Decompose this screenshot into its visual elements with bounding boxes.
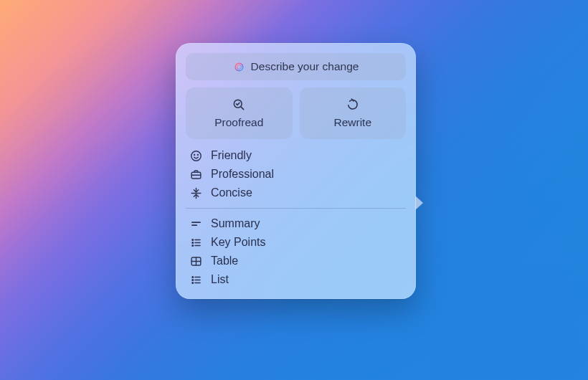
proofread-button[interactable]: Proofread: [186, 87, 293, 139]
section-divider: [186, 208, 406, 209]
svg-point-17: [191, 242, 193, 243]
tone-professional-label: Professional: [211, 168, 274, 181]
svg-point-6: [194, 154, 194, 155]
smile-icon: [189, 148, 203, 163]
format-summary[interactable]: Summary: [186, 214, 406, 233]
rewrite-button[interactable]: Rewrite: [300, 87, 407, 139]
format-summary-label: Summary: [211, 217, 260, 230]
svg-point-24: [191, 276, 193, 277]
rewrite-label: Rewrite: [333, 116, 371, 129]
svg-point-0: [235, 63, 243, 71]
svg-point-19: [191, 244, 193, 246]
briefcase-icon: [189, 167, 203, 181]
svg-line-3: [241, 107, 244, 110]
action-buttons-row: Proofread Rewrite: [186, 87, 406, 139]
svg-point-28: [191, 282, 193, 283]
proofread-label: Proofread: [214, 116, 263, 129]
svg-point-1: [237, 65, 241, 69]
magnifier-check-icon: [232, 98, 246, 112]
svg-point-26: [191, 279, 193, 280]
describe-change-input[interactable]: Describe your change: [186, 53, 406, 80]
tone-friendly[interactable]: Friendly: [186, 146, 406, 165]
format-keypoints-label: Key Points: [211, 236, 265, 249]
compress-icon: [189, 186, 203, 200]
tone-friendly-label: Friendly: [211, 149, 252, 162]
svg-point-5: [191, 151, 200, 160]
tone-professional[interactable]: Professional: [186, 165, 406, 184]
format-table-label: Table: [211, 255, 238, 267]
format-keypoints[interactable]: Key Points: [186, 233, 406, 252]
svg-line-4: [351, 99, 354, 101]
writing-tools-panel: Describe your change Proofread Rewrite: [176, 43, 416, 299]
svg-point-7: [197, 154, 198, 155]
svg-point-15: [191, 239, 193, 240]
list-icon: [189, 272, 203, 287]
format-section: Summary Key Points: [186, 214, 406, 289]
tone-concise[interactable]: Concise: [186, 184, 406, 202]
describe-change-placeholder: Describe your change: [251, 60, 359, 73]
apple-intelligence-icon: [233, 61, 245, 73]
tone-concise-label: Concise: [211, 186, 252, 199]
summary-icon: [189, 217, 203, 231]
format-list-label: List: [211, 273, 229, 286]
rewrite-cycle-icon: [346, 98, 360, 112]
bullet-list-icon: [189, 235, 203, 250]
format-table[interactable]: Table: [186, 252, 406, 270]
format-list[interactable]: List: [186, 270, 406, 289]
tone-section: Friendly Professional: [186, 146, 406, 202]
table-icon: [189, 254, 203, 268]
